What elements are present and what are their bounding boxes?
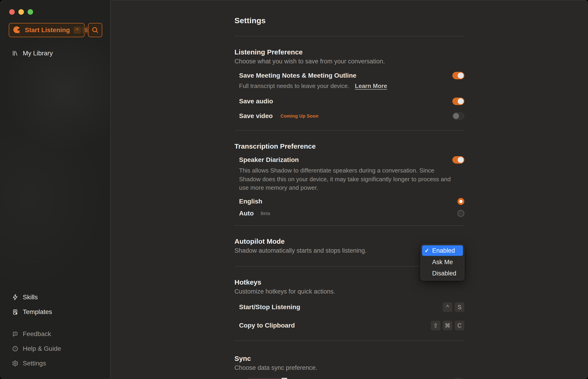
sidebar-item-settings[interactable]: Settings — [0, 358, 110, 368]
setting-description: This allows Shadow to differentiate spea… — [239, 166, 454, 192]
section-description: Customize hotkeys for quick actions. — [234, 288, 464, 295]
setting-subnote-row: Full transcript needs to leave your devi… — [239, 82, 464, 90]
hotkey-row-start-stop: Start/Stop Listening ^ S — [239, 302, 464, 312]
speaker-diarization-toggle[interactable] — [452, 156, 464, 164]
save-meeting-notes-toggle[interactable] — [452, 72, 464, 79]
lightning-icon — [12, 294, 18, 300]
search-button[interactable] — [88, 23, 102, 37]
toggle-knob — [458, 73, 464, 79]
sidebar-item-templates[interactable]: Templates — [0, 307, 110, 317]
menu-item-label: Ask Me — [432, 259, 453, 266]
setting-row-speaker-diarization: Speaker Diarization — [239, 155, 464, 165]
setting-row-save-meeting-notes: Save Meeting Notes & Meeting Outline — [239, 71, 464, 81]
save-video-toggle[interactable] — [452, 112, 464, 120]
zoom-button[interactable] — [28, 9, 33, 15]
sidebar-item-my-library[interactable]: My Library — [0, 48, 110, 58]
settings-panel: Settings Listening Preference Choose wha… — [111, 0, 588, 379]
menu-item-enabled[interactable]: ✓ Enabled — [422, 245, 463, 256]
shift-key-icon[interactable]: ⇧ — [431, 321, 441, 330]
setting-label: Save audio — [239, 98, 273, 105]
learn-more-link[interactable]: Learn More — [355, 82, 387, 90]
auto-radio[interactable] — [457, 210, 464, 217]
setting-label: Speaker Diarization — [239, 156, 299, 164]
section-heading: Sync — [234, 355, 464, 363]
section-heading: Transcription Preference — [234, 142, 464, 150]
menu-item-label: Disabled — [432, 270, 456, 277]
section-autopilot-mode: Autopilot Mode Shadow automatically star… — [234, 226, 464, 254]
shadow-logo-icon — [13, 26, 21, 34]
app-window: Start Listening ^ S — [0, 0, 588, 379]
sidebar-item-label: Help & Guide — [23, 345, 61, 352]
menu-item-ask-me[interactable]: Ask Me — [422, 257, 463, 268]
setting-label: Save Meeting Notes & Meeting Outline — [239, 72, 356, 79]
sidebar-item-label: Settings — [23, 360, 46, 367]
beta-badge: Beta — [261, 211, 270, 216]
sidebar-item-feedback[interactable]: Feedback — [0, 329, 110, 339]
sidebar-item-label: My Library — [23, 50, 53, 57]
library-icon — [12, 50, 18, 57]
menu-item-disabled[interactable]: Disabled — [422, 268, 463, 279]
scrolled-content-peek — [247, 378, 282, 379]
radio-label: English — [239, 198, 262, 205]
setting-note: Full transcript needs to leave your devi… — [239, 82, 349, 90]
traffic-lights — [0, 0, 110, 15]
sidebar-item-label: Feedback — [23, 330, 51, 338]
gear-icon — [12, 360, 18, 367]
template-icon — [12, 309, 18, 315]
toggle-knob — [453, 113, 459, 119]
sidebar-item-label: Skills — [23, 294, 38, 301]
section-description: Choose data sync preference. — [234, 364, 464, 371]
hotkey-label: Copy to Clipboard — [239, 322, 295, 329]
sidebar-item-label: Templates — [23, 308, 52, 316]
language-option-auto: Auto Beta — [239, 208, 464, 219]
search-icon — [91, 26, 99, 34]
scrolled-content-peek — [282, 378, 287, 379]
page-title: Settings — [234, 16, 464, 25]
toggle-knob — [458, 157, 464, 163]
section-description: Choose what you wish to save from your c… — [234, 58, 464, 65]
check-icon: ✓ — [425, 247, 429, 254]
close-button[interactable] — [9, 9, 15, 15]
sidebar-bottom: Skills Templates — [0, 292, 110, 379]
save-audio-toggle[interactable] — [452, 98, 464, 105]
sidebar-item-skills[interactable]: Skills — [0, 292, 110, 302]
english-radio[interactable] — [457, 198, 464, 205]
setting-row-save-video: Save video Coming Up Soon — [239, 111, 464, 121]
section-sync: Sync Choose data sync preference. Sync a… — [234, 341, 464, 379]
help-icon: ? — [12, 346, 18, 352]
hotkey-label: Start/Stop Listening — [239, 303, 300, 311]
s-key-icon[interactable]: S — [455, 302, 464, 312]
toggle-knob — [458, 98, 464, 104]
control-key-icon: ^ — [74, 27, 81, 33]
control-key-icon[interactable]: ^ — [443, 302, 452, 312]
radio-label: Auto — [239, 210, 254, 217]
setting-row-save-audio: Save audio — [239, 96, 464, 106]
sidebar-topbar: Start Listening ^ S — [9, 23, 110, 37]
hotkey-row-copy-clipboard: Copy to Clipboard ⇧ ⌘ C — [239, 320, 464, 331]
c-key-icon[interactable]: C — [455, 321, 464, 330]
section-listening-preference: Listening Preference Choose what you wis… — [234, 36, 464, 121]
sidebar-item-help[interactable]: ? Help & Guide — [0, 344, 110, 354]
setting-label: Save video — [239, 112, 273, 120]
start-listening-shortcut: ^ S — [74, 27, 90, 33]
sidebar: Start Listening ^ S — [0, 0, 111, 379]
start-listening-button[interactable]: Start Listening ^ S — [9, 23, 85, 37]
minimize-button[interactable] — [18, 9, 24, 15]
command-key-icon[interactable]: ⌘ — [443, 321, 452, 330]
section-transcription-preference: Transcription Preference Speaker Diariza… — [234, 130, 464, 219]
svg-text:?: ? — [14, 347, 16, 350]
feedback-icon — [12, 331, 18, 337]
autopilot-dropdown-menu: ✓ Enabled Ask Me Disabled — [421, 244, 464, 281]
coming-up-soon-badge: Coming Up Soon — [280, 113, 318, 119]
section-heading: Listening Preference — [234, 48, 464, 56]
start-listening-label: Start Listening — [25, 26, 70, 34]
language-option-english: English — [239, 196, 464, 206]
menu-item-label: Enabled — [432, 247, 455, 254]
